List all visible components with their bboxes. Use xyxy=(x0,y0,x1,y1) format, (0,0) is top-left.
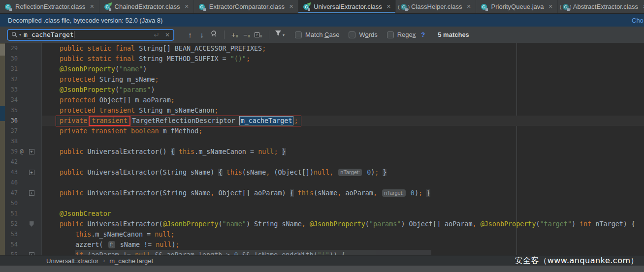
gutter[interactable]: 42 xyxy=(0,157,42,167)
code-line-text xyxy=(42,157,644,167)
editor-tab[interactable]: C()AbstractExtractor.class✕ xyxy=(558,0,644,13)
gutter[interactable]: 54 xyxy=(0,240,42,250)
gutter-annotation-marker xyxy=(18,74,26,85)
gutter[interactable]: 53 xyxy=(0,229,42,240)
gutter[interactable]: 50 xyxy=(0,198,42,209)
filter-button[interactable]: ▾ xyxy=(274,28,286,41)
code-line: 31@JsonbProperty("name") xyxy=(0,64,644,74)
search-bar: ▾ m_cacheTarget ↵ ✕ ↑ ↓ +II −II ✓II ▾ Ma… xyxy=(0,27,644,43)
gutter[interactable]: 29 xyxy=(0,43,42,54)
match-case-checkbox[interactable]: Match Case xyxy=(295,31,339,38)
close-icon[interactable]: ✕ xyxy=(289,3,293,10)
code-line-text: public static final String[] BEAN_ACCESS… xyxy=(42,43,644,54)
line-number[interactable]: 46 xyxy=(5,178,18,188)
line-number[interactable]: 51 xyxy=(5,209,18,219)
gutter[interactable]: 51 xyxy=(0,209,42,219)
add-occurrence-button[interactable]: +II xyxy=(229,31,241,39)
line-number[interactable]: 35 xyxy=(5,105,18,116)
regex-help-icon[interactable]: ? xyxy=(421,31,425,38)
line-number[interactable]: 36 xyxy=(5,116,18,126)
fold-plus-icon[interactable]: + xyxy=(29,252,34,255)
gutter[interactable]: 37 xyxy=(0,126,42,136)
gutter[interactable]: 38 xyxy=(0,136,42,147)
fold-plus-icon[interactable]: + xyxy=(29,190,34,196)
editor-tab[interactable]: CPriorityQueue.java✕ xyxy=(476,0,558,13)
gutter[interactable]: 31 xyxy=(0,64,42,74)
line-number[interactable]: 30 xyxy=(5,54,18,64)
gutter-annotation-marker xyxy=(18,209,26,219)
gutter[interactable]: 47+ xyxy=(0,188,42,198)
line-number[interactable]: 32 xyxy=(5,74,18,85)
line-number[interactable]: 54 xyxy=(5,240,18,250)
regex-checkbox-box[interactable] xyxy=(387,31,394,38)
close-icon[interactable]: ✕ xyxy=(185,3,189,10)
scrollbar-thumb[interactable] xyxy=(0,44,5,56)
gutter[interactable]: 30 xyxy=(0,54,42,64)
gutter[interactable]: 46 xyxy=(0,178,42,188)
fold-plus-icon[interactable]: + xyxy=(29,149,34,154)
line-number[interactable]: 29 xyxy=(5,43,18,54)
gutter[interactable]: 39@+ xyxy=(0,147,42,157)
line-number[interactable]: 37 xyxy=(5,126,18,136)
gutter-annotation-marker xyxy=(18,178,26,188)
search-input[interactable]: m_cacheTarget xyxy=(24,31,152,38)
close-icon[interactable]: ✕ xyxy=(548,3,553,10)
regex-checkbox[interactable]: Regex xyxy=(387,31,416,38)
annotation-red-box: privatetransientTargetReflectionDescript… xyxy=(56,116,301,126)
next-match-button[interactable]: ↓ xyxy=(196,29,208,41)
editor-tab[interactable]: CUniversalExtractor.class✕ xyxy=(298,0,396,13)
code-line: 52public UniversalExtractor(@JsonbProper… xyxy=(0,219,644,229)
gutter[interactable]: 34 xyxy=(0,95,42,105)
line-number[interactable]: 47 xyxy=(5,188,18,198)
select-all-occurrences-button[interactable]: ✓II xyxy=(253,32,264,38)
gutter-annotation-marker xyxy=(18,250,26,255)
line-number[interactable]: 38 xyxy=(5,136,18,147)
words-checkbox[interactable]: Words xyxy=(349,31,377,38)
gutter[interactable]: 55+ xyxy=(0,250,42,255)
line-number[interactable]: 31 xyxy=(5,64,18,74)
line-number[interactable]: 33 xyxy=(5,85,18,95)
match-case-checkbox-box[interactable] xyxy=(295,31,302,38)
close-icon[interactable]: ✕ xyxy=(466,3,471,10)
line-number[interactable]: 42 xyxy=(5,157,18,167)
code-editor[interactable]: 29public static final String[] BEAN_ACCE… xyxy=(0,43,644,255)
clear-search-icon[interactable]: ✕ xyxy=(165,31,170,38)
code-line-text: protected Object[] m_aoParam; xyxy=(42,95,644,105)
line-number[interactable]: 34 xyxy=(5,95,18,105)
breadcrumb-item-member[interactable]: m_cacheTarget xyxy=(109,257,153,265)
editor-tab[interactable]: CReflectionExtractor.class✕ xyxy=(0,0,99,13)
gutter[interactable]: 43+ xyxy=(0,167,42,178)
choose-sources-link[interactable]: Cho xyxy=(632,17,644,24)
editor-tab[interactable]: CChainedExtractor.class✕ xyxy=(99,0,194,13)
fold-open-icon[interactable] xyxy=(30,221,34,227)
editor-tab[interactable]: C()ClassHelper.class✕ xyxy=(396,0,476,13)
search-history-chevron-icon[interactable]: ▾ xyxy=(19,32,21,37)
newline-icon[interactable]: ↵ xyxy=(154,31,160,39)
gutter[interactable]: 33 xyxy=(0,85,42,95)
line-number[interactable]: 52 xyxy=(5,219,18,229)
gutter[interactable]: 36 xyxy=(0,116,42,126)
line-number[interactable]: 39 xyxy=(5,147,18,157)
left-scroll-stripe[interactable] xyxy=(0,43,5,255)
close-icon[interactable]: ✕ xyxy=(90,3,94,10)
previous-match-button[interactable]: ↑ xyxy=(184,29,196,41)
close-icon[interactable]: ✕ xyxy=(386,3,391,10)
gutter[interactable]: 35 xyxy=(0,105,42,116)
editor-tab[interactable]: CExtractorComparator.class✕ xyxy=(194,0,298,13)
breadcrumb-item-class[interactable]: UniversalExtractor xyxy=(46,257,98,265)
line-number[interactable]: 43 xyxy=(5,167,18,178)
code-line-text: public static final String METHOD_SUFFIX… xyxy=(42,54,644,64)
fold-plus-icon[interactable]: + xyxy=(29,170,34,175)
code-line-text: protected transient String m_sNameCanon; xyxy=(42,105,644,116)
remove-occurrence-button[interactable]: −II xyxy=(241,31,253,39)
line-number[interactable]: 55 xyxy=(5,250,18,255)
line-number[interactable]: 50 xyxy=(5,198,18,209)
search-field[interactable]: ▾ m_cacheTarget ↵ ✕ xyxy=(7,29,174,41)
gutter-annotation-marker xyxy=(18,126,26,136)
line-number[interactable]: 53 xyxy=(5,229,18,240)
words-checkbox-box[interactable] xyxy=(349,31,355,38)
match-position-marker[interactable] xyxy=(0,106,5,121)
gutter[interactable]: 32 xyxy=(0,74,42,85)
gutter[interactable]: 52 xyxy=(0,219,42,229)
find-all-button[interactable] xyxy=(208,29,220,41)
